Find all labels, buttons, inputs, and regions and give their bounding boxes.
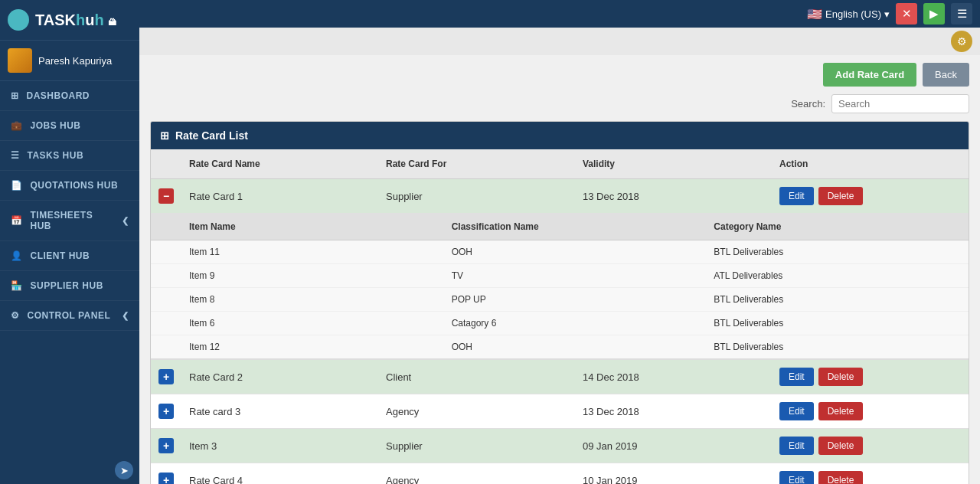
expand-icon[interactable]: + bbox=[158, 438, 174, 453]
delete-button[interactable]: Delete bbox=[818, 402, 864, 420]
topbar-play-button[interactable]: ▶ bbox=[923, 3, 945, 25]
edit-button[interactable]: Edit bbox=[779, 187, 814, 205]
sub-col-classification: Classification Name bbox=[444, 218, 707, 235]
language-label: English (US) bbox=[825, 8, 881, 20]
flag-icon: 🇺🇸 bbox=[807, 7, 822, 21]
collapse-circle-icon[interactable]: ➤ bbox=[115, 461, 133, 479]
delete-button[interactable]: Delete bbox=[818, 437, 864, 455]
sidebar-item-quotations-hub[interactable]: 📄 QUOTATIONS HUB bbox=[0, 171, 139, 201]
sub-table-row: Item 12 OOH BTL Deliverables bbox=[151, 335, 969, 358]
sub-category: BTL Deliverables bbox=[706, 240, 969, 263]
sub-classification: Catagory 6 bbox=[444, 312, 707, 335]
expand-cell[interactable]: + bbox=[151, 361, 181, 392]
sub-col-empty bbox=[151, 218, 181, 235]
sidebar: TASKhuh 🏔 Paresh Kapuriya ⊞ DASHBOARD 💼 … bbox=[0, 0, 139, 484]
sidebar-item-label: CONTROL PANEL bbox=[28, 310, 111, 321]
action-cell: Edit Delete bbox=[772, 360, 969, 394]
col-action: Action bbox=[772, 155, 969, 172]
collapse-icon[interactable]: − bbox=[158, 188, 174, 204]
sub-item-name: Item 6 bbox=[181, 312, 444, 335]
sub-classification: OOH bbox=[444, 335, 707, 358]
sub-cell-empty bbox=[151, 293, 181, 306]
sub-cell-empty bbox=[151, 341, 181, 353]
page-content: Add Rate Card Back Search: ⊞ Rate Card L… bbox=[139, 55, 980, 484]
rate-card-for-cell: Client bbox=[378, 364, 575, 391]
top-actions: Add Rate Card Back bbox=[150, 63, 969, 87]
sidebar-item-dashboard[interactable]: ⊞ DASHBOARD bbox=[0, 81, 139, 111]
panel-table-icon: ⊞ bbox=[160, 129, 169, 142]
sidebar-item-label: CLIENT HUB bbox=[31, 250, 90, 261]
sidebar-item-control-panel[interactable]: ⚙ CONTROL PANEL ❮ bbox=[0, 301, 139, 331]
col-rate-card-for: Rate Card For bbox=[378, 155, 575, 172]
table-row: + Rate Card 2 Client 14 Dec 2018 Edit De… bbox=[151, 360, 969, 394]
language-selector[interactable]: 🇺🇸 English (US) ▾ bbox=[807, 7, 890, 21]
sidebar-collapse[interactable]: ➤ bbox=[0, 456, 139, 484]
action-cell: Edit Delete bbox=[772, 429, 969, 463]
sub-item-name: Item 8 bbox=[181, 288, 444, 311]
validity-cell: 09 Jan 2019 bbox=[575, 433, 772, 459]
expand-cell[interactable]: + bbox=[151, 465, 181, 484]
add-rate-card-button[interactable]: Add Rate Card bbox=[823, 63, 916, 87]
sub-table-row: Item 6 Catagory 6 BTL Deliverables bbox=[151, 312, 969, 335]
search-label: Search: bbox=[791, 98, 825, 110]
rate-card-name-cell: Rate Card 4 bbox=[181, 467, 378, 485]
user-row: Paresh Kapuriya bbox=[0, 41, 139, 81]
expand-cell[interactable]: − bbox=[151, 181, 181, 211]
sub-category: BTL Deliverables bbox=[706, 312, 969, 335]
expand-icon[interactable]: + bbox=[158, 473, 174, 484]
sub-table-container: Item Name Classification Name Category N… bbox=[151, 214, 969, 360]
sidebar-item-timesheets-hub[interactable]: 📅 TIMESHEETS HUB ❮ bbox=[0, 201, 139, 241]
table-row: + Item 3 Supplier 09 Jan 2019 Edit Delet… bbox=[151, 429, 969, 463]
page-wrapper: 🇺🇸 English (US) ▾ ✕ ▶ ☰ ⚙ Add Rate Card … bbox=[139, 0, 980, 484]
sub-category: ATL Deliverables bbox=[706, 264, 969, 287]
rate-card-name-cell: Rate Card 2 bbox=[181, 364, 378, 391]
sub-cell-empty bbox=[151, 317, 181, 329]
rate-card-for-cell: Supplier bbox=[378, 433, 575, 459]
edit-button[interactable]: Edit bbox=[779, 368, 814, 386]
sidebar-item-label: TIMESHEETS HUB bbox=[31, 210, 114, 231]
topbar-menu-button[interactable]: ☰ bbox=[951, 3, 972, 25]
expand-cell[interactable]: + bbox=[151, 430, 181, 461]
chevron-icon: ❮ bbox=[122, 216, 129, 226]
sub-cell-empty bbox=[151, 246, 181, 258]
gear-settings-button[interactable]: ⚙ bbox=[951, 31, 972, 52]
sub-col-item-name: Item Name bbox=[181, 218, 444, 235]
expand-icon[interactable]: + bbox=[158, 404, 174, 419]
topbar-close-button[interactable]: ✕ bbox=[896, 3, 917, 25]
sidebar-item-label: JOBS HUB bbox=[31, 120, 81, 131]
panel-header: ⊞ Rate Card List bbox=[151, 122, 969, 149]
search-input[interactable] bbox=[831, 94, 969, 113]
delete-button[interactable]: Delete bbox=[818, 368, 864, 386]
back-button[interactable]: Back bbox=[923, 63, 969, 87]
sidebar-item-jobs-hub[interactable]: 💼 JOBS HUB bbox=[0, 111, 139, 141]
panel-title: Rate Card List bbox=[175, 129, 248, 142]
user-name: Paresh Kapuriya bbox=[38, 55, 112, 67]
sub-item-name: Item 11 bbox=[181, 240, 444, 263]
sidebar-item-tasks-hub[interactable]: ☰ TASKS HUB bbox=[0, 141, 139, 171]
delete-button[interactable]: Delete bbox=[818, 471, 864, 484]
dashboard-icon: ⊞ bbox=[11, 90, 19, 101]
rate-card-name-cell: Rate card 3 bbox=[181, 398, 378, 425]
jobs-hub-icon: 💼 bbox=[11, 120, 23, 131]
delete-button[interactable]: Delete bbox=[818, 187, 864, 205]
table-column-headers: Rate Card Name Rate Card For Validity Ac… bbox=[151, 149, 969, 179]
chevron-down-icon: ▾ bbox=[884, 8, 890, 20]
edit-button[interactable]: Edit bbox=[779, 437, 814, 455]
edit-button[interactable]: Edit bbox=[779, 471, 814, 484]
col-rate-card-name: Rate Card Name bbox=[181, 155, 378, 172]
avatar bbox=[8, 48, 32, 73]
sidebar-item-client-hub[interactable]: 👤 CLIENT HUB bbox=[0, 241, 139, 271]
sub-category: BTL Deliverables bbox=[706, 335, 969, 358]
main-content: 🇺🇸 English (US) ▾ ✕ ▶ ☰ ⚙ Add Rate Card … bbox=[139, 0, 980, 484]
sub-category: BTL Deliverables bbox=[706, 288, 969, 311]
sidebar-item-supplier-hub[interactable]: 🏪 SUPPLIER HUB bbox=[0, 271, 139, 301]
sidebar-header: TASKhuh 🏔 bbox=[0, 0, 139, 41]
search-row: Search: bbox=[150, 94, 969, 113]
expand-icon[interactable]: + bbox=[158, 369, 174, 384]
edit-button[interactable]: Edit bbox=[779, 402, 814, 420]
sub-table-header: Item Name Classification Name Category N… bbox=[151, 214, 969, 240]
col-expand bbox=[151, 155, 181, 172]
expand-cell[interactable]: + bbox=[151, 396, 181, 427]
validity-cell: 14 Dec 2018 bbox=[575, 364, 772, 391]
col-validity: Validity bbox=[575, 155, 772, 172]
